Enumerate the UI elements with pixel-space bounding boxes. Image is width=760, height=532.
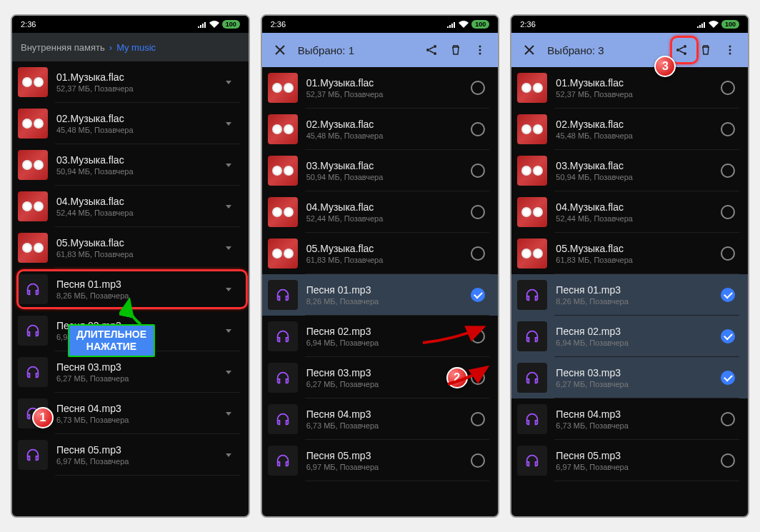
file-row[interactable]: 01.Музыка.flac52,37 МБ, Позавчера xyxy=(12,61,249,103)
row-menu-button[interactable] xyxy=(217,246,240,250)
row-checkbox[interactable] xyxy=(466,288,489,302)
close-selection-button[interactable] xyxy=(268,38,292,62)
row-checkbox[interactable] xyxy=(466,246,489,261)
row-checkbox[interactable] xyxy=(466,371,489,385)
row-menu-button[interactable] xyxy=(217,164,240,167)
file-row[interactable]: 02.Музыка.flac45,48 МБ, Позавчера xyxy=(262,109,499,150)
row-checkbox[interactable] xyxy=(466,205,489,219)
file-name: Песня 01.mp3 xyxy=(556,284,716,296)
file-name: 02.Музыка.flac xyxy=(56,113,217,125)
file-row[interactable]: Песня 05.mp36,97 МБ, Позавчера xyxy=(12,434,249,476)
row-checkbox[interactable] xyxy=(716,122,739,136)
album-art-thumb xyxy=(18,109,48,139)
headphone-icon xyxy=(268,446,298,476)
album-art-thumb xyxy=(18,150,48,180)
row-checkbox[interactable] xyxy=(716,205,739,219)
row-checkbox[interactable] xyxy=(466,412,489,426)
row-menu-button[interactable] xyxy=(217,412,240,416)
file-row[interactable]: 03.Музыка.flac50,94 МБ, Позавчера xyxy=(12,144,249,186)
file-row[interactable]: Песня 01.mp38,26 МБ, Позавчера xyxy=(511,274,748,316)
checkbox-empty-icon xyxy=(471,122,485,136)
headphone-icon xyxy=(18,440,48,470)
file-info: Песня 05.mp36,97 МБ, Позавчера xyxy=(306,450,467,472)
album-art-thumb xyxy=(268,197,298,227)
file-row[interactable]: 05.Музыка.flac61,83 МБ, Позавчера xyxy=(12,227,249,268)
album-art-thumb xyxy=(268,73,298,103)
file-row[interactable]: 03.Музыка.flac50,94 МБ, Позавчера xyxy=(511,150,748,191)
highlight-longpress xyxy=(16,269,248,309)
row-checkbox[interactable] xyxy=(466,329,489,343)
file-name: 01.Музыка.flac xyxy=(56,71,217,84)
file-row[interactable]: 05.Музыка.flac61,83 МБ, Позавчера xyxy=(262,233,499,274)
row-menu-button[interactable] xyxy=(217,329,240,333)
breadcrumb-current[interactable]: My music xyxy=(116,42,156,53)
album-art-thumb xyxy=(18,67,48,97)
svg-point-9 xyxy=(729,46,731,48)
row-checkbox[interactable] xyxy=(716,246,739,261)
row-checkbox[interactable] xyxy=(716,371,739,385)
breadcrumb-root[interactable]: Внутренняя память xyxy=(21,42,105,53)
file-row[interactable]: Песня 02.mp36,94 МБ, Позавчера xyxy=(262,316,499,357)
file-info: Песня 01.mp38,26 МБ, Позавчера xyxy=(306,284,467,306)
highlight-share xyxy=(670,36,699,64)
file-row[interactable]: Песня 04.mp36,73 МБ, Позавчера xyxy=(262,398,499,440)
caret-down-icon xyxy=(226,246,231,250)
close-icon xyxy=(523,44,536,56)
file-row[interactable]: Песня 04.mp36,73 МБ, Позавчера xyxy=(511,398,748,440)
row-checkbox[interactable] xyxy=(716,329,739,343)
svg-point-0 xyxy=(434,45,436,48)
row-menu-button[interactable] xyxy=(217,81,240,84)
file-info: Песня 04.mp36,73 МБ, Позавчера xyxy=(556,408,716,431)
file-row[interactable]: 02.Музыка.flac45,48 МБ, Позавчера xyxy=(511,109,748,150)
file-row[interactable]: Песня 01.mp38,26 МБ, Позавчера xyxy=(262,274,499,316)
row-menu-button[interactable] xyxy=(217,205,240,209)
wifi-icon xyxy=(709,21,719,28)
file-name: 04.Музыка.flac xyxy=(306,201,467,214)
file-name: 04.Музыка.flac xyxy=(56,196,217,208)
row-checkbox[interactable] xyxy=(466,164,489,178)
file-row[interactable]: Песня 03.mp36,27 МБ, Позавчера xyxy=(12,351,249,393)
file-row[interactable]: Песня 02.mp36,94 МБ, Позавчера xyxy=(511,316,748,357)
file-row[interactable]: 01.Музыка.flac52,37 МБ, Позавчера xyxy=(262,67,499,109)
selection-count: Выбрано: 3 xyxy=(547,44,669,56)
trash-icon xyxy=(449,44,462,56)
file-row[interactable]: 04.Музыка.flac52,44 МБ, Позавчера xyxy=(12,186,249,227)
file-list: 01.Музыка.flac52,37 МБ, Позавчера02.Музы… xyxy=(511,67,748,481)
file-name: Песня 03.mp3 xyxy=(556,367,716,379)
file-row[interactable]: Песня 03.mp36,27 МБ, Позавчера xyxy=(511,357,748,398)
row-checkbox[interactable] xyxy=(466,122,489,136)
close-selection-button[interactable] xyxy=(517,38,541,62)
checkbox-empty-icon xyxy=(721,246,735,261)
row-checkbox[interactable] xyxy=(466,453,489,468)
file-info: 05.Музыка.flac61,83 МБ, Позавчера xyxy=(556,243,716,265)
file-row[interactable]: Песня 05.mp36,97 МБ, Позавчера xyxy=(262,440,499,481)
file-name: 03.Музыка.flac xyxy=(56,154,217,166)
file-row[interactable]: Песня 05.mp36,97 МБ, Позавчера xyxy=(511,440,748,481)
file-row[interactable]: 01.Музыка.flac52,37 МБ, Позавчера xyxy=(511,67,748,109)
row-checkbox[interactable] xyxy=(716,412,739,426)
file-info: Песня 05.mp36,97 МБ, Позавчера xyxy=(556,450,716,472)
file-row[interactable]: 03.Музыка.flac50,94 МБ, Позавчера xyxy=(262,150,499,191)
album-art-thumb xyxy=(517,239,547,268)
row-checkbox[interactable] xyxy=(716,453,739,468)
share-button[interactable] xyxy=(419,38,444,62)
row-checkbox[interactable] xyxy=(716,81,739,95)
file-meta: 45,48 МБ, Позавчера xyxy=(56,126,217,134)
delete-button[interactable] xyxy=(444,38,468,62)
file-row[interactable]: 04.Музыка.flac52,44 МБ, Позавчера xyxy=(511,191,748,233)
row-menu-button[interactable] xyxy=(217,371,240,374)
row-checkbox[interactable] xyxy=(716,164,739,178)
more-button[interactable] xyxy=(468,38,492,62)
breadcrumb-bar[interactable]: Внутренняя память › My music xyxy=(12,33,249,61)
row-menu-button[interactable] xyxy=(217,122,240,126)
file-row[interactable]: 05.Музыка.flac61,83 МБ, Позавчера xyxy=(511,233,748,274)
file-name: Песня 03.mp3 xyxy=(56,361,217,373)
row-menu-button[interactable] xyxy=(217,453,240,457)
row-checkbox[interactable] xyxy=(716,288,739,302)
file-row[interactable]: 02.Музыка.flac45,48 МБ, Позавчера xyxy=(12,103,249,144)
file-meta: 52,37 МБ, Позавчера xyxy=(56,84,217,93)
file-info: 04.Музыка.flac52,44 МБ, Позавчера xyxy=(306,201,467,224)
file-row[interactable]: 04.Музыка.flac52,44 МБ, Позавчера xyxy=(262,191,499,233)
row-checkbox[interactable] xyxy=(466,81,489,95)
more-button[interactable] xyxy=(718,38,742,62)
